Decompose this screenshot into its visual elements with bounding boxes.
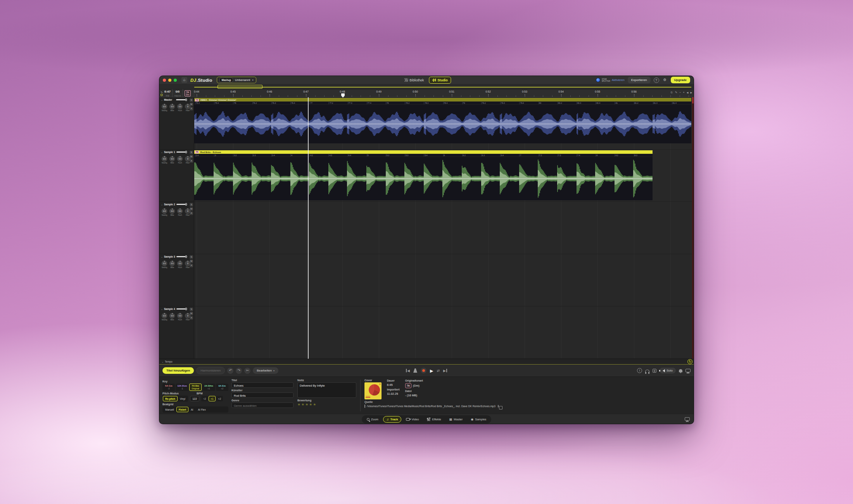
headphones-icon[interactable]	[645, 370, 649, 373]
audio-clip[interactable]: 7AABBA - Gimme! Gimme! Gimme!75.375.4767…	[194, 98, 691, 143]
key-option-5a[interactable]: 5A Cm-2	[162, 384, 175, 391]
knob-mitte[interactable]: 0.0Mitte	[169, 104, 175, 112]
knob-dial[interactable]: 0.0	[162, 261, 167, 266]
solo-button[interactable]: S	[190, 308, 193, 311]
minimize-window-button[interactable]	[168, 79, 171, 82]
bibliothek-button[interactable]: Bibliothek	[402, 77, 427, 83]
track-lane-sample-4[interactable]	[194, 306, 694, 359]
bell-icon[interactable]	[679, 369, 682, 372]
zoom-out-icon[interactable]: −	[679, 91, 681, 94]
rating-stars[interactable]: ★★★★★	[297, 403, 356, 406]
solo-button[interactable]: S	[190, 255, 193, 259]
scissors-icon[interactable]: ✂	[244, 368, 250, 374]
close-window-button[interactable]	[163, 79, 166, 82]
beatgrid-mode-ai[interactable]: AI	[188, 407, 195, 412]
overview-viewport-box[interactable]	[218, 85, 262, 89]
volume-slider[interactable]	[176, 99, 188, 100]
tab-effekte[interactable]: Effekte	[423, 416, 444, 423]
waveform-mode-icon[interactable]: ∿	[161, 91, 163, 93]
knob-dial[interactable]: 0.0	[177, 208, 183, 214]
chevron-icon[interactable]: ⌄	[161, 308, 163, 310]
chevron-icon[interactable]: ⌄	[161, 255, 163, 258]
knob-dial[interactable]: 0.0	[169, 261, 175, 266]
loop-button[interactable]: ⇄	[437, 368, 440, 374]
key-option-7a[interactable]: 7A DmOriginal	[189, 384, 202, 391]
knob-dial[interactable]: 0.0	[169, 156, 175, 162]
genre-select[interactable]: Genre auswählen	[231, 403, 294, 408]
zoom-window-button[interactable]	[174, 79, 177, 82]
track-lane-sample-3[interactable]	[194, 254, 694, 306]
beatgrid-mode-manuell[interactable]: Manuell	[163, 407, 176, 412]
knob-mitte[interactable]: 0.0Mitte	[169, 261, 175, 268]
knob-mitte[interactable]: 0.0Mitte	[169, 156, 175, 164]
knob-dial[interactable]: 0.0	[177, 313, 183, 318]
edit-menu-button[interactable]: Bearbeiten ▾	[253, 367, 278, 374]
pitch-mode-vinyl[interactable]: Vinyl	[178, 396, 188, 401]
notes-textarea[interactable]: Delivered By Inflyte	[297, 382, 356, 398]
export-button[interactable]: Exportieren	[628, 77, 651, 83]
beatgrid-mode-fixiert[interactable]: Fixiert	[176, 407, 189, 412]
knob-dial[interactable]: 0.0	[162, 156, 167, 162]
clip-title-bar[interactable]: 7ARod Brits - Echoes	[194, 150, 653, 154]
track-lane-master[interactable]: 7AABBA - Gimme! Gimme! Gimme!75.375.4767…	[194, 97, 694, 150]
key-option-12a[interactable]: 12A D♭m-1	[176, 384, 188, 391]
track-lane-sample-1[interactable]: 7ARod Brits - Echoes2.433.23.33.444.24.3…	[194, 150, 694, 202]
knob-dial[interactable]: 0.0	[169, 104, 175, 109]
knob-dial[interactable]: 0.0	[169, 313, 175, 318]
tempo-row[interactable]: ⌄ Tempo ↻	[159, 359, 694, 364]
knob-mitte[interactable]: 0.0Mitte	[169, 313, 175, 321]
chevron-icon[interactable]: ⌄	[161, 151, 163, 153]
beatgrid-mode-ai-flex[interactable]: AI Flex	[195, 407, 208, 412]
mix-overview-strip[interactable]	[159, 84, 694, 89]
play-button[interactable]: ▶	[430, 368, 433, 374]
volume-slider[interactable]	[176, 204, 188, 205]
knob-dial[interactable]: 0.0	[162, 208, 167, 214]
edit-pencil-icon[interactable]: ✎	[675, 91, 677, 94]
knob-dial[interactable]: 0.0	[162, 104, 167, 109]
layers-icon[interactable]	[653, 369, 656, 373]
info-icon[interactable]: !	[637, 368, 642, 373]
solo-button[interactable]: S	[190, 203, 193, 206]
repeat-icon[interactable]: ↻	[687, 359, 692, 364]
project-selector[interactable]: Mashup Unbenannt ▾	[217, 77, 256, 83]
clip-title-bar[interactable]: 7AABBA - Gimme! Gimme! Gimme!	[194, 98, 691, 101]
home-icon[interactable]: ⌂	[181, 77, 187, 83]
bpm-mult--2[interactable]: ÷2	[201, 396, 208, 401]
chevron-icon[interactable]: ⌄	[161, 203, 163, 206]
knob-niedrig[interactable]: 0.0Niedrig	[162, 156, 167, 164]
tab-master[interactable]: ▦Master	[446, 416, 466, 423]
pitch-mode-re-pitch[interactable]: Re-pitch	[163, 396, 178, 401]
solo-button[interactable]: Solo	[660, 368, 676, 373]
ruler-timescale[interactable]: 0:440:450:460:470:480:490:500:510:520:53…	[194, 89, 694, 97]
record-button[interactable]	[421, 368, 427, 373]
upgrade-button[interactable]: Upgrade	[671, 77, 690, 83]
tab-video[interactable]: Video	[402, 416, 422, 423]
artist-input[interactable]: Rod Brits	[231, 392, 294, 398]
cover-art[interactable]	[364, 382, 382, 399]
track-area[interactable]: 7AABBA - Gimme! Gimme! Gimme!75.375.4767…	[194, 97, 694, 359]
waveform-canvas[interactable]	[194, 105, 691, 143]
knob-mitte[interactable]: 0.0Mitte	[169, 208, 175, 216]
knob-filter[interactable]: 0Filter	[185, 208, 190, 216]
gear-icon[interactable]: ⚙	[662, 77, 668, 83]
knob-dial[interactable]: 0.0	[162, 313, 167, 318]
waveform-canvas[interactable]	[194, 157, 653, 200]
loop-marker-icon[interactable]	[161, 94, 163, 96]
skip-start-icon[interactable]: ◀	[687, 91, 689, 94]
display-corner-icon[interactable]	[685, 417, 690, 421]
volume-slider[interactable]	[176, 308, 188, 310]
solo-button[interactable]: S	[190, 98, 193, 102]
volume-slider[interactable]	[176, 151, 188, 153]
knob-dial[interactable]: 0.0	[177, 261, 183, 266]
tab-track[interactable]: ♫Track	[383, 416, 402, 423]
knob-dial[interactable]: 0.0	[177, 104, 183, 109]
volume-slider[interactable]	[176, 256, 188, 257]
knob-filter[interactable]: 0Filter	[185, 313, 190, 321]
skip-end-icon[interactable]: ▶	[690, 91, 692, 94]
title-input[interactable]: Echoes	[231, 382, 294, 388]
skip-back-button[interactable]: ◀	[407, 368, 410, 374]
knob-hoch[interactable]: 0.0Hoch	[177, 208, 183, 216]
knob-dial[interactable]: 0.0	[177, 156, 183, 162]
tab-zoom[interactable]: Zoom	[363, 416, 382, 423]
solo-button[interactable]: S	[190, 151, 193, 154]
